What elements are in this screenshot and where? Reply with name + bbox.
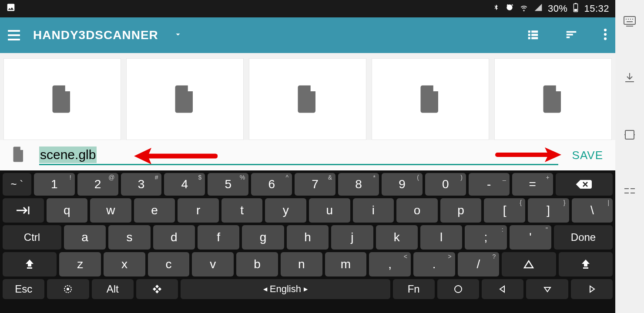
key-d[interactable]: d	[153, 225, 195, 250]
key-t[interactable]: t	[221, 198, 263, 223]
key-dark[interactable]	[47, 279, 89, 299]
key-[[interactable]: [{	[484, 198, 525, 223]
svg-point-4	[604, 33, 607, 36]
key-3[interactable]: 3#	[121, 173, 162, 196]
key-Fn[interactable]: Fn	[393, 279, 435, 299]
key-x[interactable]: x	[104, 252, 145, 276]
key--[interactable]: -_	[469, 173, 510, 196]
key-i[interactable]: i	[353, 198, 394, 223]
key-n[interactable]: n	[281, 252, 322, 276]
filename-row: scene.glb SAVE	[0, 140, 615, 170]
view-list-icon[interactable]	[527, 28, 540, 43]
app-title[interactable]: HANDY3DSCANNER	[33, 28, 158, 42]
key-o[interactable]: o	[396, 198, 438, 223]
key-;[interactable]: ;:	[465, 225, 506, 250]
key-dark[interactable]	[3, 198, 44, 223]
key-7[interactable]: 7&	[295, 173, 335, 196]
svg-point-10	[67, 288, 69, 290]
arrow-down-in-icon[interactable]	[624, 72, 635, 85]
key-,[interactable]: ,<	[369, 252, 411, 276]
file-tile[interactable]	[126, 58, 244, 140]
svg-rect-12	[624, 17, 635, 24]
key-dark[interactable]	[559, 252, 613, 276]
key-e[interactable]: e	[134, 198, 175, 223]
key-h[interactable]: h	[287, 225, 329, 250]
key-9[interactable]: 9(	[382, 173, 423, 196]
key-s[interactable]: s	[108, 225, 150, 250]
annotation-arrow-right	[495, 145, 565, 166]
key-f[interactable]: f	[198, 225, 239, 250]
key-~ `[interactable]: ~ `	[3, 173, 31, 196]
key-l[interactable]: l	[420, 225, 462, 250]
key-a[interactable]: a	[64, 225, 106, 250]
file-tile[interactable]	[249, 58, 366, 140]
key-j[interactable]: j	[331, 225, 373, 250]
key-4[interactable]: 4$	[164, 173, 205, 196]
key-'[interactable]: '"	[510, 225, 551, 250]
key-dark[interactable]	[502, 252, 556, 276]
svg-rect-1	[575, 3, 577, 4]
svg-rect-8	[583, 267, 588, 269]
key-0[interactable]: 0)	[425, 173, 466, 196]
signal-icon	[534, 3, 543, 14]
key-m[interactable]: m	[325, 252, 367, 276]
key-k[interactable]: k	[376, 225, 418, 250]
key-dark nav[interactable]	[571, 279, 613, 299]
battery-icon	[573, 3, 579, 15]
keyboard-toggle-icon[interactable]	[623, 16, 636, 29]
key-p[interactable]: p	[440, 198, 482, 223]
filename-input[interactable]: scene.glb	[39, 147, 97, 163]
key-=[interactable]: =+	[512, 173, 553, 196]
svg-point-3	[604, 29, 607, 31]
key-\[interactable]: \|	[572, 198, 613, 223]
wifi-icon	[519, 3, 529, 15]
more-vert-icon[interactable]	[603, 28, 607, 43]
key-dark nav[interactable]	[526, 279, 568, 299]
key-Done[interactable]: Done	[554, 225, 613, 250]
key-r[interactable]: r	[178, 198, 219, 223]
status-bar: 30% 15:32	[0, 0, 615, 17]
key-dark nav[interactable]	[437, 279, 479, 299]
key-6[interactable]: 6^	[251, 173, 292, 196]
key-dark[interactable]	[556, 173, 613, 196]
key-.[interactable]: .>	[413, 252, 455, 276]
key-8[interactable]: 8*	[338, 173, 379, 196]
key-Ctrl[interactable]: Ctrl	[3, 225, 61, 250]
key-c[interactable]: c	[148, 252, 190, 276]
annotation-arrow-left	[131, 145, 218, 169]
key-dark[interactable]	[136, 279, 178, 299]
key-q[interactable]: q	[47, 198, 88, 223]
key-g[interactable]: g	[242, 225, 284, 250]
key-dark space[interactable]: ◀ English ▶	[181, 279, 390, 299]
key-dark nav[interactable]	[482, 279, 523, 299]
key-w[interactable]: w	[90, 198, 131, 223]
app-bar: HANDY3DSCANNER	[0, 17, 615, 53]
split-icon[interactable]	[624, 186, 636, 197]
menu-hamburger-icon[interactable]	[8, 30, 20, 40]
key-2[interactable]: 2@	[77, 173, 118, 196]
save-button[interactable]: SAVE	[572, 149, 603, 162]
key-v[interactable]: v	[192, 252, 234, 276]
svg-point-11	[455, 286, 462, 293]
key-y[interactable]: y	[265, 198, 306, 223]
file-tile[interactable]	[3, 58, 121, 140]
filename-input-wrap[interactable]: scene.glb	[39, 145, 558, 165]
file-tile[interactable]	[372, 58, 489, 140]
file-tile[interactable]	[494, 58, 612, 140]
document-icon	[541, 85, 565, 113]
key-z[interactable]: z	[59, 252, 101, 276]
svg-rect-7	[27, 267, 32, 269]
key-b[interactable]: b	[236, 252, 278, 276]
clock-time: 15:32	[584, 3, 609, 14]
key-/[interactable]: /?	[458, 252, 500, 276]
sort-icon[interactable]	[565, 28, 578, 43]
chevron-down-icon[interactable]	[173, 30, 183, 41]
rotate-icon[interactable]	[624, 129, 636, 143]
key-dark[interactable]	[3, 252, 57, 276]
key-5[interactable]: 5%	[208, 173, 248, 196]
key-Esc[interactable]: Esc	[3, 279, 44, 299]
key-u[interactable]: u	[309, 198, 350, 223]
key-1[interactable]: 1!	[34, 173, 75, 196]
key-Alt[interactable]: Alt	[92, 279, 134, 299]
key-][interactable]: ]}	[528, 198, 569, 223]
